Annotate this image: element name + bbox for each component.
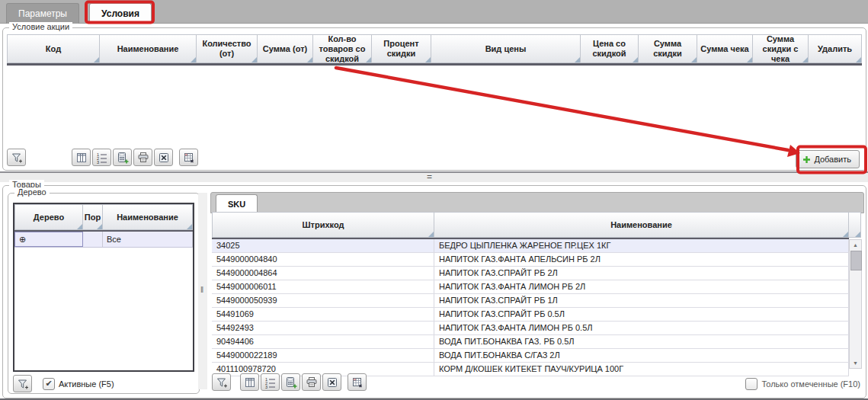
calculator-add-button[interactable] bbox=[281, 373, 300, 391]
numbered-list-button[interactable]: 123 bbox=[261, 373, 280, 391]
column-chooser-icon bbox=[244, 376, 256, 389]
filter-plus-icon bbox=[216, 376, 228, 389]
scroll-down-icon[interactable]: ▼ bbox=[850, 358, 861, 368]
conditions-groupbox: Условие акции КодНаименованиеКоличество … bbox=[2, 27, 866, 171]
active-checkbox[interactable]: ✔ bbox=[43, 378, 55, 390]
sku-barcode-cell: 5449000004840 bbox=[212, 253, 434, 266]
filter-plus-button[interactable] bbox=[7, 149, 26, 166]
sku-scrollbar[interactable]: ▲ ▼ bbox=[849, 239, 862, 369]
sku-rows: 34025БЕДРО ЦЫПЛЕНКА ЖАРЕНОЕ ПР.ЦЕХ 1КГ54… bbox=[212, 239, 849, 376]
export-excel-icon bbox=[158, 152, 170, 164]
tree-bottom-bar: ✔ Активные (F5) bbox=[13, 375, 114, 392]
grid-layout-button[interactable] bbox=[179, 149, 198, 166]
conditions-column-header[interactable]: Наименование bbox=[100, 34, 197, 63]
promotion-editor-window: Параметры Условия Условие акции КодНаиме… bbox=[0, 0, 868, 400]
conditions-column-header[interactable]: Вид цены bbox=[431, 34, 581, 63]
sku-row[interactable]: 5449000050939НАПИТОК ГАЗ.СПРАЙТ РБ 1Л bbox=[212, 294, 849, 308]
sku-name-cell: НАПИТОК ГАЗ.ФАНТА ЛИМОН РБ 0.5Л bbox=[434, 322, 849, 334]
sku-column-header[interactable]: Штрихкод bbox=[212, 212, 434, 238]
column-chooser-button[interactable] bbox=[240, 373, 259, 391]
sku-header-stub bbox=[849, 212, 861, 238]
conditions-column-header[interactable]: Количество (от) bbox=[197, 34, 258, 63]
tree-header: ДеревоПорНаименование bbox=[14, 204, 193, 230]
conditions-column-header[interactable]: Сумма (от) bbox=[258, 34, 313, 63]
sku-row[interactable]: 5449000022189ВОДА ПИТ.БОНАКВА С/ГАЗ 2Л bbox=[212, 349, 849, 363]
conditions-column-header[interactable]: Сумма чека bbox=[697, 34, 753, 63]
sku-row[interactable]: 54491069НАПИТОК ГАЗ.СПРАЙТ РБ 0.5Л bbox=[212, 308, 849, 322]
horizontal-splitter[interactable]: = bbox=[0, 171, 868, 182]
conditions-column-header[interactable]: Кол-во товаров со скидкой bbox=[313, 34, 372, 63]
sku-name-cell: БЕДРО ЦЫПЛЕНКА ЖАРЕНОЕ ПР.ЦЕХ 1КГ bbox=[434, 239, 849, 252]
tree-table: ДеревоПорНаименование ⊕Все bbox=[13, 203, 194, 372]
export-excel-button[interactable] bbox=[154, 149, 173, 166]
tab-conditions[interactable]: Условия bbox=[89, 3, 152, 24]
conditions-toolbar: 123 bbox=[7, 149, 200, 166]
sku-name-cell: ВОДА ПИТ.БОНАКВА С/ГАЗ 2Л bbox=[434, 349, 849, 362]
numbered-list-button[interactable]: 123 bbox=[92, 149, 111, 166]
tree-row[interactable]: ⊕Все bbox=[14, 232, 193, 248]
tree-column-header[interactable]: Наименование bbox=[103, 204, 193, 230]
scroll-up-icon[interactable]: ▲ bbox=[850, 240, 861, 250]
tree-expander-icon[interactable]: ⊕ bbox=[14, 232, 83, 247]
tree-group-title: Дерево bbox=[14, 187, 50, 197]
sku-name-cell: НАПИТОК ГАЗ.СПРАЙТ РБ 0.5Л bbox=[434, 308, 849, 321]
numbered-list-icon: 123 bbox=[264, 376, 277, 389]
sku-row[interactable]: 54492493НАПИТОК ГАЗ.ФАНТА ЛИМОН РБ 0.5Л bbox=[212, 322, 849, 335]
conditions-header: КодНаименованиеКоличество (от)Сумма (от)… bbox=[7, 34, 862, 63]
print-icon bbox=[137, 152, 149, 164]
grid-layout-icon bbox=[351, 376, 364, 389]
tree-groupbox: Дерево ДеревоПорНаименование ⊕Все ✔ Акти… bbox=[8, 193, 200, 394]
column-chooser-icon bbox=[75, 152, 88, 164]
svg-text:3: 3 bbox=[265, 385, 267, 389]
sku-name-cell: НАПИТОК ГАЗ.СПРАЙТ РБ 1Л bbox=[434, 294, 849, 307]
scrollbar-thumb[interactable] bbox=[850, 251, 862, 270]
vertical-splitter[interactable]: ‖ bbox=[198, 193, 207, 389]
grid-layout-icon bbox=[183, 152, 195, 164]
sku-column-header[interactable]: Наименование bbox=[434, 212, 849, 238]
print-button[interactable] bbox=[133, 149, 152, 166]
conditions-column-header[interactable]: Процент скидки bbox=[372, 34, 431, 63]
calculator-add-icon bbox=[117, 152, 129, 164]
sku-tab-strip: SKU bbox=[210, 192, 864, 213]
sku-barcode-cell: 90494406 bbox=[212, 335, 434, 348]
conditions-grid-body[interactable] bbox=[7, 66, 862, 146]
sku-header: ШтрихкодНаименование bbox=[212, 212, 861, 238]
sku-row[interactable]: 5449000004840НАПИТОК ГАЗ.ФАНТА АПЕЛЬСИН … bbox=[212, 253, 849, 267]
only-marked-checkbox[interactable] bbox=[745, 378, 757, 390]
tree-column-header[interactable]: Дерево bbox=[14, 204, 83, 230]
export-excel-button[interactable] bbox=[322, 373, 341, 391]
conditions-column-header[interactable]: Сумма скидки bbox=[639, 34, 697, 63]
tree-order-cell bbox=[83, 232, 103, 247]
conditions-column-header[interactable]: Цена со скидкой bbox=[581, 34, 639, 63]
conditions-group-title: Условие акции bbox=[9, 22, 72, 31]
filter-plus-button[interactable] bbox=[212, 373, 231, 391]
sku-barcode-cell: 54491069 bbox=[212, 308, 434, 321]
tree-rows: ⊕Все bbox=[14, 232, 193, 248]
tab-parameters[interactable]: Параметры bbox=[6, 3, 79, 24]
conditions-column-header[interactable]: Код bbox=[7, 34, 100, 63]
export-excel-icon bbox=[326, 376, 338, 389]
grid-layout-button[interactable] bbox=[348, 373, 367, 391]
tab-sku[interactable]: SKU bbox=[216, 194, 258, 213]
sku-name-cell: ВОДА ПИТ.БОНАКВА ГАЗ. РБ 0.5Л bbox=[434, 335, 849, 348]
conditions-column-header[interactable]: Сумма скидки с чека bbox=[753, 34, 809, 63]
column-chooser-button[interactable] bbox=[72, 149, 91, 166]
add-button-label: Добавить bbox=[814, 155, 851, 164]
tree-column-header[interactable]: Пор bbox=[83, 204, 103, 230]
sku-row[interactable]: 34025БЕДРО ЦЫПЛЕНКА ЖАРЕНОЕ ПР.ЦЕХ 1КГ bbox=[212, 239, 849, 253]
tree-filter-button[interactable] bbox=[13, 375, 32, 392]
calculator-add-button[interactable] bbox=[113, 149, 132, 166]
only-marked-label: Только отмеченные (F10) bbox=[761, 379, 860, 389]
sku-row[interactable]: 5449000004864НАПИТОК ГАЗ.СПРАЙТ РБ 2Л bbox=[212, 267, 849, 280]
add-button[interactable]: Добавить bbox=[796, 150, 860, 168]
active-checkbox-label: Активные (F5) bbox=[59, 379, 114, 389]
sku-row[interactable]: 90494406ВОДА ПИТ.БОНАКВА ГАЗ. РБ 0.5Л bbox=[212, 335, 849, 349]
sku-row[interactable]: 5449000006011НАПИТОК ГАЗ.ФАНТА ЛИМОН РБ … bbox=[212, 280, 849, 294]
numbered-list-icon: 123 bbox=[96, 152, 108, 164]
conditions-column-header[interactable]: Удалить bbox=[809, 34, 862, 63]
sku-barcode-cell: 54492493 bbox=[212, 322, 434, 334]
print-button[interactable] bbox=[302, 373, 321, 391]
sku-name-cell: КОРМ Д/КОШЕК КИТЕКЕТ ПАУЧ/КУРИЦА 100Г bbox=[434, 363, 849, 376]
sku-panel: SKU ШтрихкодНаименование 34025БЕДРО ЦЫПЛ… bbox=[209, 189, 865, 395]
sku-barcode-cell: 5449000004864 bbox=[212, 267, 434, 280]
